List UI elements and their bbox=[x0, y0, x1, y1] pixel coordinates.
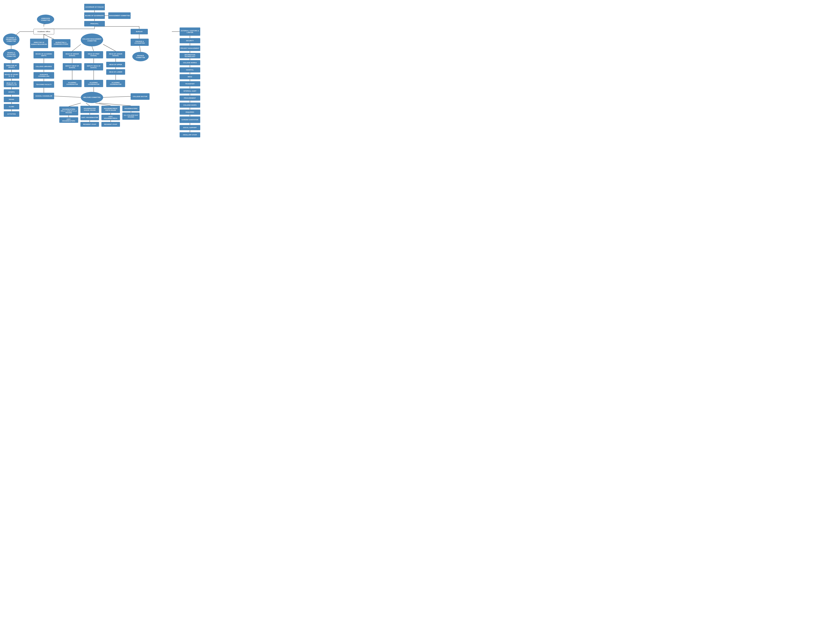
sports: SPORTS bbox=[4, 89, 19, 95]
governor: GOVERNOR OF PUNJAB bbox=[84, 4, 105, 10]
internal_audit: INTERNAL AUDIT bbox=[179, 88, 200, 94]
college_libraries: COLLEGE LIBRARIES bbox=[34, 63, 54, 70]
college_management: COLLEGE MANAGEMENT COMMITTEE bbox=[81, 34, 103, 46]
marketing_communications: MARKETING & COMMUNICATIONS bbox=[51, 39, 71, 48]
college_works: COLLEGE WORKS bbox=[179, 60, 200, 65]
external_auditors: EXTERNAL AUDITORS & LAWYER bbox=[179, 28, 200, 36]
svg-line-49 bbox=[103, 44, 116, 51]
project_management: PROJECT MANAGEMENT bbox=[179, 46, 200, 51]
finance_accounting: FINANCE & ACCOUNTING bbox=[131, 39, 149, 46]
information_technology: INFORMATION TECHNOLOGY bbox=[179, 53, 200, 59]
transport: TRANSPORT bbox=[179, 81, 200, 86]
svg-line-58 bbox=[54, 96, 81, 97]
housemasters_right: HOUSEMASTERS bbox=[122, 106, 139, 111]
college_doctor: COLLEGE DOCTOR bbox=[131, 93, 150, 100]
procurement: PROCUREMENT bbox=[179, 96, 200, 101]
guidance_counselling: GUIDANCE COUNSELLING bbox=[34, 72, 54, 79]
riding: RIDING bbox=[4, 97, 19, 102]
mess: MESS bbox=[179, 74, 200, 79]
academic_promotions: ACADEMIC & PROMOTIONS COMMITTEE bbox=[3, 34, 19, 46]
svg-line-59 bbox=[69, 103, 81, 106]
asst_housemistress: ASST. HOUSEMISTRESS bbox=[101, 115, 120, 120]
teaching_faculty: TEACHING FACULTY bbox=[34, 81, 54, 88]
head_junior_school: HEAD OF JUNIOR SCHOOL bbox=[106, 51, 125, 59]
svg-line-60 bbox=[86, 103, 90, 106]
head_prep_school: HEAD OF PREP SCHOOL bbox=[84, 51, 103, 59]
security: SECURITY bbox=[179, 38, 200, 43]
sports_activities: SPORTS & ACTIVITIES COMMITTEE bbox=[3, 49, 19, 60]
school_counselor: SCHOOL COUNSELOR bbox=[34, 93, 54, 99]
finance_committee: FINANCE COMMITTEE bbox=[132, 52, 149, 61]
resident_staff_gwyn: RESIDENT STAFF bbox=[101, 122, 120, 127]
director_sports: DIRECTOR OF SPORTS bbox=[4, 63, 19, 70]
head_upper: HEAD OF UPPER bbox=[106, 62, 125, 67]
asst_housemaster: ASST. HOUSEMASTER bbox=[80, 115, 99, 120]
deputy_head_senior: DEPUTY HEAD OF SCHOOL bbox=[63, 63, 82, 71]
enquiries: ENQUIRIES bbox=[179, 109, 200, 115]
head_cocurricular: HEAD OF CO-CURRICULAR bbox=[4, 81, 19, 87]
academic_office: Academic Office bbox=[34, 29, 54, 34]
garden_sanitation: GARDEN/ SANITATION bbox=[179, 116, 200, 123]
principal: PRINCIPAL bbox=[84, 21, 105, 26]
academic_coord_senior: ACADEMIC COORDINATOR bbox=[63, 80, 82, 87]
heads_sport: HEADS OF SPORT (J, P, S) bbox=[4, 72, 19, 79]
org-chart: GOVERNOR OF PUNJABBOARD OF GOVERNORSMANA… bbox=[0, 0, 206, 163]
management_committee: MANAGEMENT COMMITTEE bbox=[108, 12, 131, 19]
housemaster_saigol: HOUSEMASTER SAIGOL HOUSE bbox=[80, 106, 99, 113]
head_senior_school: HEAD OF SENIOR SCHOOL bbox=[63, 51, 82, 59]
svg-line-48 bbox=[92, 46, 94, 51]
deputy_head_prep: DEPUTY HEAD OF SCHOOL bbox=[84, 63, 103, 71]
social_support: SOCIAL SUPPORT bbox=[179, 125, 200, 130]
ancillary_staff: ANCILLARY STAFF bbox=[179, 132, 200, 137]
svg-line-61 bbox=[96, 103, 111, 106]
head_lower: HEAD OF LOWER bbox=[106, 69, 125, 75]
academic_coord_junior: ACADEMIC COORDINATOR bbox=[106, 80, 125, 87]
bursar: BURSAR bbox=[131, 29, 148, 34]
welfare_committee: WELFARE COMMITTEE bbox=[81, 92, 103, 103]
housemasters_kelly: HOUSEMASTERS KELLY, GODLEY & LJ HOUSES bbox=[59, 106, 78, 116]
svg-line-57 bbox=[139, 46, 141, 52]
svg-line-62 bbox=[103, 96, 131, 97]
college_shops: COLLEGE SHOPS bbox=[179, 103, 200, 108]
hospital: HOSPITAL bbox=[179, 67, 200, 72]
admission_committee: ADMISSION COMMITTEE bbox=[37, 15, 54, 24]
housemistress_gwyn: HOUSEMISTRESS GWYN HOUSE bbox=[101, 106, 120, 113]
board_of_governors: BOARD OF GOVERNORS bbox=[84, 12, 105, 19]
all_college_day: ALL COLLEGE DAY HOUSES bbox=[122, 112, 139, 120]
resident_staff_saigol: RESIDENT STAFF bbox=[80, 122, 99, 127]
director_human_resources: DIRECTOR OF HUMAN RESOURCES bbox=[30, 39, 48, 48]
academic_coord_prep: ACADEMIC COORDINATOR bbox=[84, 80, 103, 87]
asst_housemasters: ASST. HOUSEMASTERS bbox=[59, 117, 78, 123]
svg-line-63 bbox=[99, 103, 131, 106]
heads_academic_depts: HEADS OF ACADEMIC DEPTS bbox=[34, 51, 54, 59]
clubs: CLUBS bbox=[4, 104, 19, 109]
svg-line-47 bbox=[72, 44, 81, 51]
activities: ACTIVITIES bbox=[4, 111, 19, 117]
